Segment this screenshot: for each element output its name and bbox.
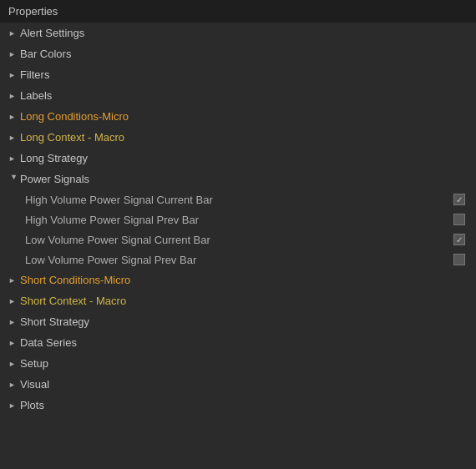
checkbox-hvps-prev[interactable] [451,213,468,226]
sidebar-item-labels[interactable]: ► Labels [0,85,476,106]
sub-item-lvps-current[interactable]: Low Volume Power Signal Current Bar ✓ [0,229,476,250]
section-label: Filters [20,68,468,81]
sub-item-hvps-current[interactable]: High Volume Power Signal Current Bar ✓ [0,189,476,209]
arrow-icon: ► [8,276,20,285]
sidebar-item-visual[interactable]: ► Visual [0,374,476,395]
section-label: Long Conditions-Micro [20,110,468,123]
sidebar-item-plots[interactable]: ► Plots [0,395,476,416]
arrow-icon: ► [8,50,20,58]
arrow-icon: ► [8,297,20,305]
properties-list: ► Alert Settings ► Bar Colors ► Filters … [0,23,476,189]
sidebar-item-short-strategy[interactable]: ► Short Strategy [0,311,476,332]
sidebar-item-long-strategy[interactable]: ► Long Strategy [0,148,476,169]
sidebar-item-short-conditions-micro[interactable]: ► Short Conditions-Micro [0,270,476,290]
arrow-icon: ► [8,29,20,38]
checkbox-unchecked-icon [453,214,465,225]
section-label: Long Strategy [20,152,468,164]
sub-item-label: High Volume Power Signal Current Bar [25,194,451,206]
section-label: Short Strategy [20,315,468,328]
sidebar-item-long-context-macro[interactable]: ► Long Context - Macro [0,127,476,148]
checkbox-checked-icon: ✓ [453,234,465,245]
checkbox-unchecked-icon [453,254,465,265]
sub-item-lvps-prev[interactable]: Low Volume Power Signal Prev Bar [0,250,476,270]
checkbox-checked-icon: ✓ [453,194,465,205]
section-label: Setup [20,357,468,370]
arrow-icon: ► [8,92,20,100]
section-label: Data Series [20,336,468,349]
arrow-icon: ► [8,360,20,368]
sidebar-item-setup[interactable]: ► Setup [0,353,476,374]
sidebar-item-long-conditions-micro[interactable]: ► Long Conditions-Micro [0,106,476,127]
arrow-icon: ► [8,339,20,347]
sub-item-label: Low Volume Power Signal Current Bar [25,234,451,246]
section-label: Power Signals [20,173,468,185]
arrow-icon: ► [8,134,20,142]
title-bar: Properties [0,0,476,23]
title-label: Properties [8,5,58,18]
sidebar-item-filters[interactable]: ► Filters [0,64,476,85]
sub-item-label: High Volume Power Signal Prev Bar [25,214,451,226]
sidebar-item-short-context-macro[interactable]: ► Short Context - Macro [0,290,476,311]
section-label: Short Context - Macro [20,295,468,307]
section-label: Long Context - Macro [20,131,468,144]
properties-list-after: ► Short Conditions-Micro ► Short Context… [0,270,476,416]
section-label: Bar Colors [20,48,468,60]
sidebar-item-power-signals[interactable]: ► Power Signals [0,169,476,189]
section-label: Visual [20,378,468,391]
arrow-icon: ► [8,401,20,410]
sidebar-item-bar-colors[interactable]: ► Bar Colors [0,43,476,64]
section-label: Alert Settings [20,27,468,39]
section-label: Plots [20,399,468,411]
arrow-icon: ► [8,71,20,79]
checkbox-lvps-current[interactable]: ✓ [451,233,468,246]
power-signals-subitems: High Volume Power Signal Current Bar ✓ H… [0,189,476,270]
arrow-icon: ► [10,174,18,185]
section-label: Labels [20,89,468,102]
section-label: Short Conditions-Micro [20,274,468,286]
sidebar-item-data-series[interactable]: ► Data Series [0,332,476,353]
arrow-icon: ► [8,318,20,326]
sub-item-label: Low Volume Power Signal Prev Bar [25,254,451,266]
checkbox-hvps-current[interactable]: ✓ [451,193,468,206]
sidebar-item-alert-settings[interactable]: ► Alert Settings [0,23,476,43]
arrow-icon: ► [8,113,20,121]
checkbox-lvps-prev[interactable] [451,253,468,266]
arrow-icon: ► [8,381,20,389]
sub-item-hvps-prev[interactable]: High Volume Power Signal Prev Bar [0,209,476,229]
arrow-icon: ► [8,154,20,163]
